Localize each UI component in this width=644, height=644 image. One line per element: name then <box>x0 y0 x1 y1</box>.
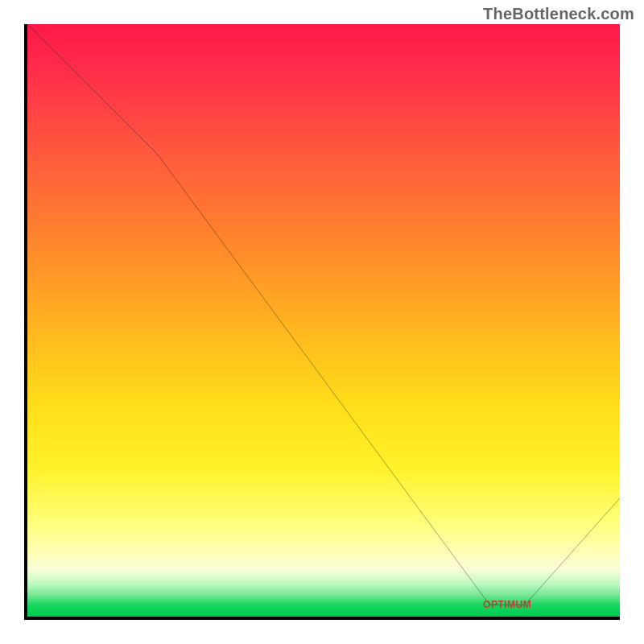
curve-svg <box>27 24 620 617</box>
bottleneck-curve <box>27 24 620 605</box>
optimum-marker-label: OPTIMUM <box>483 599 531 610</box>
plot-frame: OPTIMUM <box>24 24 620 620</box>
watermark-text: TheBottleneck.com <box>483 5 634 23</box>
chart-container: TheBottleneck.com OPTIMUM <box>0 0 644 644</box>
